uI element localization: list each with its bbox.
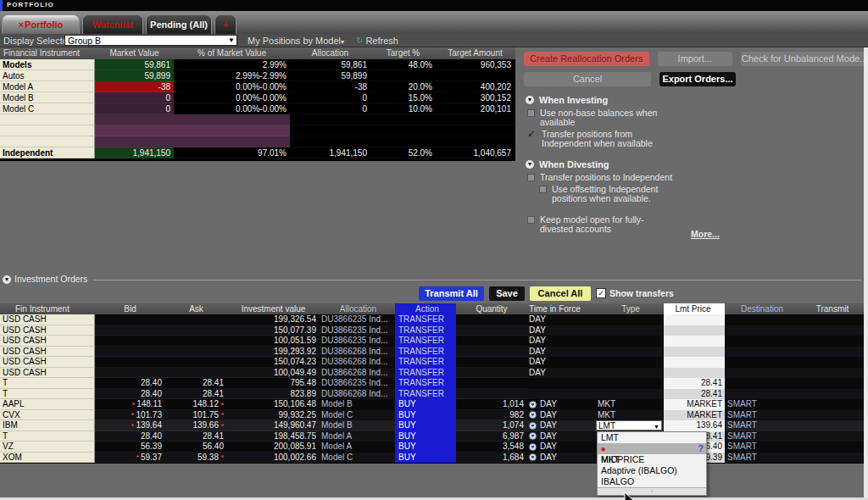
time-in-force-cell[interactable]: DAY [527, 420, 595, 431]
quantity-cell[interactable]: 3,548 [456, 442, 527, 453]
quantity-cell[interactable]: 1,074 [456, 420, 527, 431]
quantity-cell[interactable] [456, 357, 527, 368]
quantity-cell[interactable]: 1,684 [456, 453, 527, 464]
tab-watchlist[interactable]: Watchlist [82, 14, 143, 34]
portfolio-row[interactable] [0, 136, 515, 147]
order-row[interactable]: USD CASH100,051.59DU3866235 Ind...TRANSF… [0, 336, 868, 347]
destination-cell[interactable] [725, 368, 797, 379]
order-type-cell[interactable] [595, 389, 664, 400]
import-button[interactable]: Import... [658, 52, 733, 66]
positions-by-model-menu[interactable]: My Positions by Model▾ [248, 36, 344, 46]
transmit-cell[interactable] [797, 368, 868, 379]
destination-cell[interactable]: SMART [725, 420, 797, 431]
time-in-force-cell[interactable]: DAY [527, 442, 595, 453]
transmit-cell[interactable] [797, 399, 868, 410]
when-investing-header[interactable]: ▼ When Investing [526, 95, 868, 105]
time-in-force-cell[interactable] [527, 378, 595, 389]
destination-cell[interactable] [725, 347, 797, 358]
portfolio-row[interactable] [0, 125, 515, 136]
order-row[interactable]: USD CASH100,049.49DU3866268 Ind...TRANSF… [0, 368, 868, 379]
save-button[interactable]: Save [489, 286, 525, 301]
option-checkbox[interactable]: ✓Transfer positions from Independent whe… [527, 130, 868, 148]
help-icon[interactable]: ? [698, 443, 704, 454]
column-header[interactable]: Investment value [227, 303, 320, 314]
lmt-price-cell[interactable] [664, 336, 725, 347]
column-header[interactable]: Quantity [456, 303, 527, 314]
column-header[interactable]: Bid [95, 303, 165, 314]
order-row[interactable]: XOM59.3759.38100,002.66Model CBUY1,684DA… [0, 453, 868, 464]
order-type-combobox[interactable]: LMT▼ [596, 420, 662, 431]
column-header[interactable]: Time in Force [527, 303, 595, 314]
lmt-price-cell[interactable] [664, 314, 725, 325]
order-row[interactable]: USD CASH150,074.23DU3866268 Ind...TRANSF… [0, 357, 868, 368]
cancel-button[interactable]: Cancel [524, 72, 651, 86]
destination-cell[interactable] [725, 325, 797, 336]
column-header[interactable]: Target Amount [436, 47, 515, 59]
quantity-cell[interactable]: 1,014 [456, 399, 527, 410]
portfolio-row[interactable] [0, 114, 515, 125]
order-row[interactable]: VZ56.3956.40200,085.91Model ABUY3,548DAY… [0, 442, 868, 453]
collapse-icon[interactable]: ▼ [3, 275, 11, 284]
destination-cell[interactable] [725, 389, 797, 400]
transmit-cell[interactable] [797, 389, 868, 400]
destination-cell[interactable]: SMART [725, 453, 797, 464]
destination-cell[interactable]: SMART [725, 431, 797, 442]
tab--[interactable]: + [214, 14, 236, 34]
time-in-force-cell[interactable]: DAY [527, 336, 595, 347]
order-type-cell[interactable] [595, 336, 664, 347]
show-transfers-checkbox[interactable]: ✓ Show transfers [596, 288, 674, 298]
time-in-force-cell[interactable]: DAY [527, 453, 595, 464]
lmt-price-cell[interactable]: 28.41 [664, 389, 725, 400]
lmt-price-cell[interactable]: 28.41 [664, 378, 725, 389]
time-in-force-cell[interactable]: DAY [527, 347, 595, 358]
order-type-cell[interactable] [595, 357, 664, 368]
column-header[interactable]: % of Market Value [174, 47, 290, 59]
option-checkbox[interactable]: Use non-base balances when available [527, 108, 868, 127]
transmit-cell[interactable] [797, 357, 868, 368]
transmit-cell[interactable] [797, 442, 868, 453]
portfolio-row[interactable]: Autos59,8992.99%-2.99%59,899 [0, 70, 515, 81]
column-header[interactable]: Lmt Price [664, 303, 725, 314]
check-unbalanced-button[interactable]: Check for Unbalanced Mode... [741, 52, 868, 66]
type-option-mkt[interactable]: MKT [598, 454, 706, 465]
time-in-force-cell[interactable]: DAY [527, 314, 595, 325]
type-option-midprice[interactable]: ◆MIDPRICE? [598, 443, 706, 454]
order-type-cell[interactable] [595, 378, 664, 389]
type-option-ibalgo[interactable]: IBALGO [598, 476, 706, 487]
column-header[interactable]: Market Value [95, 47, 174, 59]
lmt-price-cell[interactable]: MARKET [664, 399, 725, 410]
type-option-adaptive-ibalgo-[interactable]: Adaptive (IBALGO) [598, 465, 706, 476]
lmt-price-cell[interactable] [664, 325, 725, 336]
column-header[interactable]: Allocation [290, 47, 370, 59]
create-reallocation-orders-button[interactable]: Create Reallocation Orders [524, 52, 649, 66]
quantity-cell[interactable] [456, 336, 527, 347]
destination-cell[interactable] [725, 314, 797, 325]
column-header[interactable]: Ask [165, 303, 227, 314]
column-header[interactable]: Target % [370, 47, 436, 59]
lmt-price-cell[interactable]: 139.64 [664, 420, 725, 431]
transmit-cell[interactable] [797, 420, 868, 431]
order-type-cell[interactable] [595, 368, 664, 379]
destination-cell[interactable] [725, 336, 797, 347]
time-in-force-cell[interactable]: DAY [527, 410, 595, 421]
option-checkbox[interactable]: Transfer positions to Independent [527, 173, 868, 182]
portfolio-row[interactable]: Model B00.00%-0.00%015.0%300,152 [0, 92, 515, 103]
lmt-price-cell[interactable]: MARKET [664, 410, 725, 421]
order-row[interactable]: IBM139.64139.66149,960.47Model BBUY1,074… [0, 420, 868, 431]
time-in-force-cell[interactable]: DAY [527, 431, 595, 442]
time-in-force-cell[interactable] [527, 389, 595, 400]
tab-portfolio[interactable]: ×Portfolio [2, 14, 80, 34]
column-header[interactable]: Fin Instrument [0, 303, 95, 314]
transmit-cell[interactable] [797, 378, 868, 389]
type-option-lmt[interactable]: LMT [598, 432, 706, 443]
portfolio-row[interactable]: Independent1,941,15097.01%1,941,15052.0%… [0, 147, 515, 158]
destination-cell[interactable] [725, 357, 797, 368]
dropdown-scroll-strip[interactable]: ◦ [598, 487, 706, 495]
refresh-button[interactable]: ↻ Refresh [356, 36, 398, 46]
quantity-cell[interactable] [456, 325, 527, 336]
destination-cell[interactable]: SMART [725, 442, 797, 453]
time-in-force-cell[interactable]: DAY [527, 357, 595, 368]
lmt-price-cell[interactable] [664, 357, 725, 368]
quantity-cell[interactable] [456, 314, 527, 325]
quantity-cell[interactable]: 6,987 [456, 431, 527, 442]
